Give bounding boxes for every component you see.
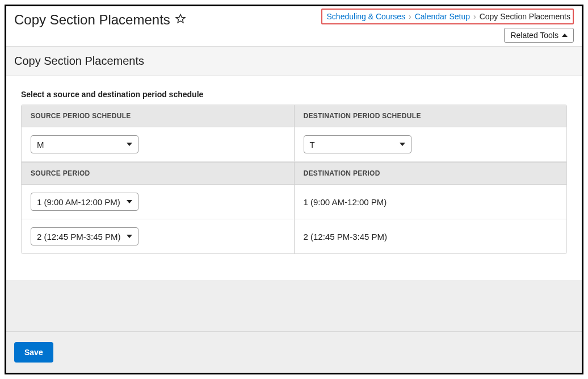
source-period-select-2[interactable]: 2 (12:45 PM-3:45 PM) bbox=[31, 227, 138, 245]
cell-dest-period: 1 (9:00 AM-12:00 PM) bbox=[294, 185, 567, 219]
cell-dest-period: 2 (12:45 PM-3:45 PM) bbox=[294, 219, 567, 253]
related-tools-button[interactable]: Related Tools bbox=[504, 28, 574, 43]
source-schedule-select[interactable]: M bbox=[31, 135, 138, 153]
topbar-right: Scheduling & Courses › Calendar Setup › … bbox=[321, 12, 574, 43]
breadcrumb: Scheduling & Courses › Calendar Setup › … bbox=[321, 9, 574, 24]
col-dest-schedule: DESTINATION PERIOD SCHEDULE bbox=[294, 105, 567, 127]
svg-marker-0 bbox=[176, 14, 185, 23]
page-title-wrap: Copy Section Placements bbox=[14, 12, 186, 28]
col-source-schedule: SOURCE PERIOD SCHEDULE bbox=[22, 105, 294, 127]
subheader-title: Copy Section Placements bbox=[14, 55, 574, 68]
table-row: 2 (12:45 PM-3:45 PM) 2 (12:45 PM-3:45 PM… bbox=[22, 219, 566, 253]
source-period-select-1[interactable]: 1 (9:00 AM-12:00 PM) bbox=[31, 193, 138, 211]
schedule-select-row: M T bbox=[22, 127, 566, 162]
cell-source-period: 1 (9:00 AM-12:00 PM) bbox=[22, 185, 294, 219]
related-tools-label: Related Tools bbox=[510, 31, 558, 40]
table-header-row: SOURCE PERIOD SCHEDULE DESTINATION PERIO… bbox=[22, 105, 566, 127]
col-dest-period: DESTINATION PERIOD bbox=[294, 163, 567, 184]
caret-down-icon bbox=[127, 143, 132, 146]
chevron-up-icon bbox=[562, 34, 568, 37]
cell-source-schedule: M bbox=[22, 127, 294, 161]
chevron-right-icon: › bbox=[409, 12, 411, 21]
footer-gap bbox=[6, 280, 582, 331]
footer: Save bbox=[6, 331, 582, 373]
cell-source-period: 2 (12:45 PM-3:45 PM) bbox=[22, 219, 294, 253]
prompt-text: Select a source and destination period s… bbox=[21, 90, 567, 99]
cell-dest-schedule: T bbox=[294, 127, 567, 161]
content: Select a source and destination period s… bbox=[6, 76, 582, 280]
table-subheader-row: SOURCE PERIOD DESTINATION PERIOD bbox=[22, 162, 566, 185]
breadcrumb-link-scheduling[interactable]: Scheduling & Courses bbox=[327, 12, 406, 21]
star-icon[interactable] bbox=[175, 13, 186, 27]
caret-down-icon bbox=[127, 200, 132, 203]
source-period-value: 2 (12:45 PM-3:45 PM) bbox=[37, 232, 121, 241]
caret-down-icon bbox=[127, 235, 132, 238]
dest-schedule-select[interactable]: T bbox=[304, 135, 411, 153]
source-period-value: 1 (9:00 AM-12:00 PM) bbox=[37, 197, 120, 207]
app-frame: Copy Section Placements Scheduling & Cou… bbox=[5, 5, 583, 374]
table-row: 1 (9:00 AM-12:00 PM) 1 (9:00 AM-12:00 PM… bbox=[22, 185, 566, 219]
col-source-period: SOURCE PERIOD bbox=[22, 163, 294, 184]
breadcrumb-link-calendar-setup[interactable]: Calendar Setup bbox=[415, 12, 470, 21]
caret-down-icon bbox=[400, 143, 405, 146]
dest-period-value: 1 (9:00 AM-12:00 PM) bbox=[304, 197, 387, 207]
schedule-table: SOURCE PERIOD SCHEDULE DESTINATION PERIO… bbox=[21, 105, 567, 254]
breadcrumb-current: Copy Section Placements bbox=[480, 12, 570, 21]
save-button[interactable]: Save bbox=[14, 342, 53, 363]
subheader: Copy Section Placements bbox=[6, 47, 582, 76]
dest-period-value: 2 (12:45 PM-3:45 PM) bbox=[304, 232, 388, 241]
page-title: Copy Section Placements bbox=[14, 12, 170, 28]
chevron-right-icon: › bbox=[473, 12, 476, 21]
dest-schedule-value: T bbox=[310, 140, 315, 149]
topbar: Copy Section Placements Scheduling & Cou… bbox=[6, 6, 582, 47]
source-schedule-value: M bbox=[37, 140, 44, 149]
